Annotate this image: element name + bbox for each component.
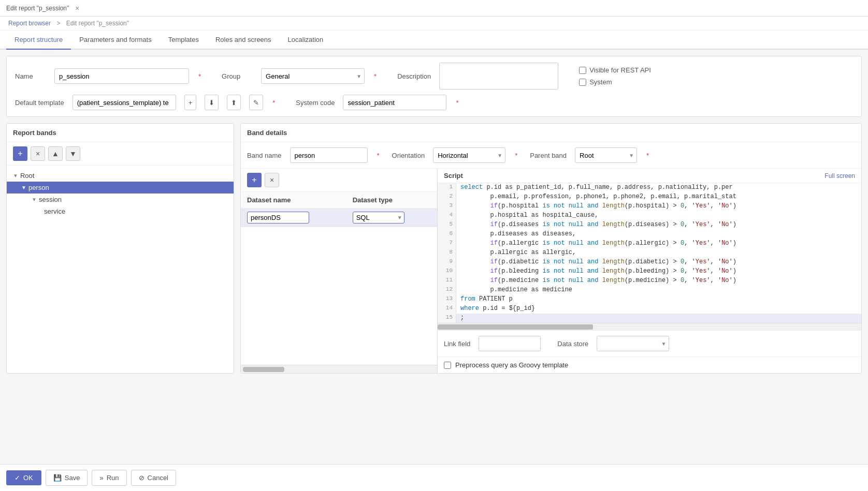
name-input[interactable] — [54, 68, 189, 84]
code-line-2: 2 p.email, p.profession, p.phone1, p.pho… — [438, 192, 861, 202]
dataset-empty-space — [241, 227, 437, 365]
default-template-label: Default template — [15, 99, 64, 107]
script-horizontal-scrollbar[interactable] — [438, 323, 861, 330]
parent-band-select[interactable]: Root person session — [575, 147, 637, 163]
bands-toolbar: + × ▲ ▼ — [7, 142, 234, 166]
preprocess-label: Preprocess query as Groovy template — [455, 361, 568, 369]
link-field-input[interactable] — [479, 336, 541, 351]
details-panel-header: Band details — [241, 124, 861, 142]
tree-toggle-session: ▼ — [32, 197, 37, 202]
tree-item-session[interactable]: ▼ session — [7, 194, 234, 205]
template-row: Default template + ⬇ ⬆ ✎ * System code * — [15, 95, 853, 110]
link-field-label: Link field — [444, 340, 470, 348]
dataset-horizontal-scrollbar[interactable] — [241, 365, 437, 373]
tab-parameters-formats[interactable]: Parameters and formats — [71, 31, 160, 50]
group-label: Group — [222, 72, 253, 80]
remove-dataset-button[interactable]: × — [265, 173, 279, 187]
tab-localization[interactable]: Localization — [280, 31, 332, 50]
breadcrumb-parent[interactable]: Report browser — [8, 20, 51, 27]
nav-tabs: Report structure Parameters and formats … — [0, 31, 868, 50]
bands-panel: Report bands + × ▲ ▼ ▼ Root ▼ person ▼ s… — [6, 123, 234, 374]
script-label: Script — [444, 172, 463, 180]
default-template-input[interactable] — [73, 95, 176, 110]
tree-label-root: Root — [20, 172, 34, 180]
main-content: Name * Group General Custom ▼ * Descript… — [0, 50, 868, 405]
script-scroll-thumb — [438, 324, 593, 330]
table-row[interactable]: SQL JPQL Groovy ▼ — [241, 209, 437, 227]
code-line-14: 14 where p.id = ${p_id} — [438, 304, 861, 314]
orientation-select[interactable]: Horizontal Vertical — [433, 147, 505, 163]
name-label: Name — [15, 72, 46, 80]
code-line-15: 15 ; — [438, 314, 861, 323]
fullscreen-button[interactable]: Full screen — [824, 172, 855, 180]
add-template-button[interactable]: + — [184, 95, 197, 110]
code-editor[interactable]: 1 select p.id as p_patient_id, p.full_na… — [438, 183, 861, 323]
code-line-9: 9 if(p.diabetic is not null and length(p… — [438, 258, 861, 267]
tree-label-session: session — [39, 196, 62, 203]
download-template-button[interactable]: ⬇ — [205, 95, 219, 110]
move-up-band-button[interactable]: ▲ — [48, 146, 63, 161]
dataset-name-input[interactable] — [247, 212, 309, 224]
dataset-table: Dataset name Dataset type — [241, 192, 437, 227]
group-required: * — [374, 72, 377, 80]
data-store-select[interactable]: Default — [597, 336, 669, 351]
add-dataset-button[interactable]: + — [247, 173, 262, 187]
remove-band-button[interactable]: × — [31, 146, 45, 161]
add-band-button[interactable]: + — [13, 146, 27, 161]
code-line-11: 11 if(p.medicine is not null and length(… — [438, 276, 861, 286]
tab-templates[interactable]: Templates — [160, 31, 207, 50]
name-required: * — [198, 72, 201, 80]
move-down-band-button[interactable]: ▼ — [66, 146, 80, 161]
system-code-input[interactable] — [343, 95, 446, 110]
parent-band-select-wrap: Root person session ▼ — [575, 147, 637, 163]
group-select-wrap: General Custom ▼ — [261, 68, 365, 84]
col-dataset-name: Dataset name — [241, 192, 346, 209]
preprocess-row: Preprocess query as Groovy template — [438, 356, 861, 373]
code-line-13: 13 from PATIENT p — [438, 295, 861, 304]
link-row: Link field Data store Default ▼ — [438, 330, 861, 356]
code-line-3: 3 if(p.hospital is not null and length(p… — [438, 202, 861, 211]
tree-item-root[interactable]: ▼ Root — [7, 170, 234, 182]
form-section: Name * Group General Custom ▼ * Descript… — [6, 56, 862, 117]
upload-template-button[interactable]: ⬆ — [227, 95, 241, 110]
system-code-label: System code — [296, 99, 335, 107]
description-label: Description — [397, 72, 431, 80]
details-panel: Band details Band name * Orientation Hor… — [240, 123, 862, 374]
visible-rest-label[interactable]: Visible for REST API — [579, 66, 651, 74]
description-input[interactable] — [439, 63, 558, 90]
system-label[interactable]: System — [579, 78, 651, 86]
orientation-label: Orientation — [392, 152, 425, 159]
window-tab[interactable]: Edit report "p_session" × — [6, 4, 79, 12]
tree-item-person[interactable]: ▼ person — [7, 182, 234, 194]
col-dataset-type: Dataset type — [346, 192, 437, 209]
parent-band-label: Parent band — [530, 152, 567, 159]
edit-template-button[interactable]: ✎ — [249, 95, 263, 110]
visible-rest-checkbox[interactable] — [579, 67, 586, 74]
tree-toggle-person: ▼ — [21, 185, 26, 190]
band-name-required: * — [377, 152, 380, 159]
tree-item-service[interactable]: service — [7, 205, 234, 217]
dataset-scroll-thumb — [243, 367, 284, 372]
band-tree: ▼ Root ▼ person ▼ session service — [7, 166, 234, 373]
tab-roles-screens[interactable]: Roles and screens — [207, 31, 280, 50]
orientation-required: * — [515, 152, 517, 159]
name-row: Name * Group General Custom ▼ * Descript… — [15, 63, 853, 90]
tab-report-structure[interactable]: Report structure — [6, 31, 71, 50]
close-tab-button[interactable]: × — [75, 4, 79, 12]
band-form: Band name * Orientation Horizontal Verti… — [241, 142, 861, 169]
dataset-type-select[interactable]: SQL JPQL Groovy — [353, 212, 404, 224]
breadcrumb: Report browser > Edit report "p_session" — [0, 17, 868, 31]
two-col-layout: Report bands + × ▲ ▼ ▼ Root ▼ person ▼ s… — [6, 123, 862, 374]
group-select[interactable]: General Custom — [261, 68, 365, 84]
data-store-select-wrap: Default ▼ — [597, 336, 669, 351]
code-line-12: 12 p.medicine as medicine — [438, 286, 861, 295]
code-line-7: 7 if(p.allergic is not null and length(p… — [438, 239, 861, 248]
template-required: * — [272, 99, 275, 107]
breadcrumb-separator: > — [56, 20, 60, 27]
preprocess-checkbox[interactable] — [444, 362, 451, 369]
system-checkbox[interactable] — [579, 79, 586, 86]
orientation-select-wrap: Horizontal Vertical ▼ — [433, 147, 505, 163]
script-area: Script Full screen 1 select p.id as p_pa… — [438, 169, 861, 373]
band-name-input[interactable] — [290, 147, 368, 163]
parent-band-required: * — [646, 152, 649, 159]
